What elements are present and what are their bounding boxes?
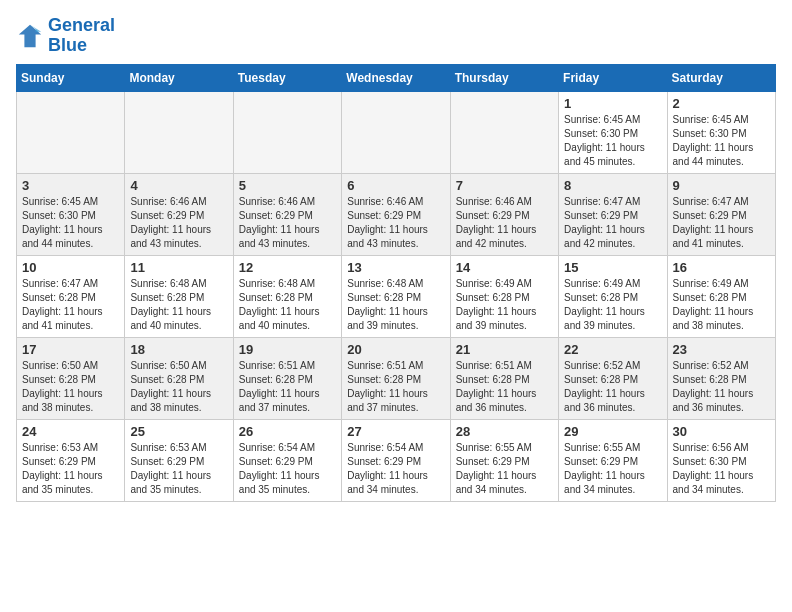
day-info: Sunrise: 6:51 AM Sunset: 6:28 PM Dayligh… [456, 359, 553, 415]
calendar-day: 12Sunrise: 6:48 AM Sunset: 6:28 PM Dayli… [233, 255, 341, 337]
day-info: Sunrise: 6:53 AM Sunset: 6:29 PM Dayligh… [22, 441, 119, 497]
day-info: Sunrise: 6:49 AM Sunset: 6:28 PM Dayligh… [673, 277, 770, 333]
day-info: Sunrise: 6:54 AM Sunset: 6:29 PM Dayligh… [239, 441, 336, 497]
day-number: 29 [564, 424, 661, 439]
day-info: Sunrise: 6:55 AM Sunset: 6:29 PM Dayligh… [456, 441, 553, 497]
day-number: 13 [347, 260, 444, 275]
day-number: 4 [130, 178, 227, 193]
day-info: Sunrise: 6:51 AM Sunset: 6:28 PM Dayligh… [347, 359, 444, 415]
day-number: 28 [456, 424, 553, 439]
day-info: Sunrise: 6:52 AM Sunset: 6:28 PM Dayligh… [564, 359, 661, 415]
day-info: Sunrise: 6:51 AM Sunset: 6:28 PM Dayligh… [239, 359, 336, 415]
day-info: Sunrise: 6:47 AM Sunset: 6:29 PM Dayligh… [564, 195, 661, 251]
calendar-day: 10Sunrise: 6:47 AM Sunset: 6:28 PM Dayli… [17, 255, 125, 337]
day-number: 11 [130, 260, 227, 275]
calendar-day: 16Sunrise: 6:49 AM Sunset: 6:28 PM Dayli… [667, 255, 775, 337]
calendar-day: 23Sunrise: 6:52 AM Sunset: 6:28 PM Dayli… [667, 337, 775, 419]
calendar-day: 11Sunrise: 6:48 AM Sunset: 6:28 PM Dayli… [125, 255, 233, 337]
day-info: Sunrise: 6:52 AM Sunset: 6:28 PM Dayligh… [673, 359, 770, 415]
day-info: Sunrise: 6:45 AM Sunset: 6:30 PM Dayligh… [22, 195, 119, 251]
day-info: Sunrise: 6:46 AM Sunset: 6:29 PM Dayligh… [347, 195, 444, 251]
day-number: 19 [239, 342, 336, 357]
day-number: 6 [347, 178, 444, 193]
calendar-day: 27Sunrise: 6:54 AM Sunset: 6:29 PM Dayli… [342, 419, 450, 501]
calendar-day: 26Sunrise: 6:54 AM Sunset: 6:29 PM Dayli… [233, 419, 341, 501]
calendar-day: 28Sunrise: 6:55 AM Sunset: 6:29 PM Dayli… [450, 419, 558, 501]
day-number: 17 [22, 342, 119, 357]
calendar-day: 21Sunrise: 6:51 AM Sunset: 6:28 PM Dayli… [450, 337, 558, 419]
calendar-day: 17Sunrise: 6:50 AM Sunset: 6:28 PM Dayli… [17, 337, 125, 419]
page-header: General Blue [16, 16, 776, 56]
calendar-day: 19Sunrise: 6:51 AM Sunset: 6:28 PM Dayli… [233, 337, 341, 419]
calendar-day: 22Sunrise: 6:52 AM Sunset: 6:28 PM Dayli… [559, 337, 667, 419]
empty-day [233, 91, 341, 173]
day-number: 15 [564, 260, 661, 275]
calendar-day: 9Sunrise: 6:47 AM Sunset: 6:29 PM Daylig… [667, 173, 775, 255]
calendar-day: 15Sunrise: 6:49 AM Sunset: 6:28 PM Dayli… [559, 255, 667, 337]
calendar-day: 1Sunrise: 6:45 AM Sunset: 6:30 PM Daylig… [559, 91, 667, 173]
day-info: Sunrise: 6:48 AM Sunset: 6:28 PM Dayligh… [239, 277, 336, 333]
day-number: 27 [347, 424, 444, 439]
day-info: Sunrise: 6:53 AM Sunset: 6:29 PM Dayligh… [130, 441, 227, 497]
calendar-day: 8Sunrise: 6:47 AM Sunset: 6:29 PM Daylig… [559, 173, 667, 255]
empty-day [450, 91, 558, 173]
weekday-header: Saturday [667, 64, 775, 91]
day-number: 18 [130, 342, 227, 357]
day-number: 9 [673, 178, 770, 193]
day-info: Sunrise: 6:54 AM Sunset: 6:29 PM Dayligh… [347, 441, 444, 497]
weekday-header: Thursday [450, 64, 558, 91]
day-info: Sunrise: 6:56 AM Sunset: 6:30 PM Dayligh… [673, 441, 770, 497]
day-info: Sunrise: 6:46 AM Sunset: 6:29 PM Dayligh… [130, 195, 227, 251]
day-number: 22 [564, 342, 661, 357]
day-number: 26 [239, 424, 336, 439]
day-info: Sunrise: 6:46 AM Sunset: 6:29 PM Dayligh… [456, 195, 553, 251]
calendar-day: 5Sunrise: 6:46 AM Sunset: 6:29 PM Daylig… [233, 173, 341, 255]
weekday-header: Wednesday [342, 64, 450, 91]
day-number: 8 [564, 178, 661, 193]
empty-day [17, 91, 125, 173]
day-number: 5 [239, 178, 336, 193]
calendar-table: SundayMondayTuesdayWednesdayThursdayFrid… [16, 64, 776, 502]
day-number: 14 [456, 260, 553, 275]
day-number: 24 [22, 424, 119, 439]
day-info: Sunrise: 6:55 AM Sunset: 6:29 PM Dayligh… [564, 441, 661, 497]
calendar-day: 14Sunrise: 6:49 AM Sunset: 6:28 PM Dayli… [450, 255, 558, 337]
day-info: Sunrise: 6:47 AM Sunset: 6:29 PM Dayligh… [673, 195, 770, 251]
day-info: Sunrise: 6:45 AM Sunset: 6:30 PM Dayligh… [564, 113, 661, 169]
day-number: 10 [22, 260, 119, 275]
weekday-header: Monday [125, 64, 233, 91]
day-number: 21 [456, 342, 553, 357]
day-number: 2 [673, 96, 770, 111]
day-number: 16 [673, 260, 770, 275]
calendar-day: 25Sunrise: 6:53 AM Sunset: 6:29 PM Dayli… [125, 419, 233, 501]
day-info: Sunrise: 6:48 AM Sunset: 6:28 PM Dayligh… [130, 277, 227, 333]
weekday-header: Tuesday [233, 64, 341, 91]
calendar-day: 20Sunrise: 6:51 AM Sunset: 6:28 PM Dayli… [342, 337, 450, 419]
svg-marker-0 [19, 25, 41, 47]
day-info: Sunrise: 6:48 AM Sunset: 6:28 PM Dayligh… [347, 277, 444, 333]
logo-text: General Blue [48, 16, 115, 56]
day-number: 12 [239, 260, 336, 275]
calendar-day: 30Sunrise: 6:56 AM Sunset: 6:30 PM Dayli… [667, 419, 775, 501]
day-number: 25 [130, 424, 227, 439]
weekday-header: Sunday [17, 64, 125, 91]
day-number: 23 [673, 342, 770, 357]
day-info: Sunrise: 6:49 AM Sunset: 6:28 PM Dayligh… [564, 277, 661, 333]
calendar-day: 7Sunrise: 6:46 AM Sunset: 6:29 PM Daylig… [450, 173, 558, 255]
logo-icon [16, 22, 44, 50]
weekday-header: Friday [559, 64, 667, 91]
day-info: Sunrise: 6:50 AM Sunset: 6:28 PM Dayligh… [130, 359, 227, 415]
day-number: 30 [673, 424, 770, 439]
calendar-day: 13Sunrise: 6:48 AM Sunset: 6:28 PM Dayli… [342, 255, 450, 337]
day-number: 3 [22, 178, 119, 193]
calendar-day: 6Sunrise: 6:46 AM Sunset: 6:29 PM Daylig… [342, 173, 450, 255]
calendar-day: 24Sunrise: 6:53 AM Sunset: 6:29 PM Dayli… [17, 419, 125, 501]
calendar-day: 18Sunrise: 6:50 AM Sunset: 6:28 PM Dayli… [125, 337, 233, 419]
empty-day [125, 91, 233, 173]
calendar-day: 29Sunrise: 6:55 AM Sunset: 6:29 PM Dayli… [559, 419, 667, 501]
calendar-day: 4Sunrise: 6:46 AM Sunset: 6:29 PM Daylig… [125, 173, 233, 255]
day-info: Sunrise: 6:50 AM Sunset: 6:28 PM Dayligh… [22, 359, 119, 415]
empty-day [342, 91, 450, 173]
calendar-day: 2Sunrise: 6:45 AM Sunset: 6:30 PM Daylig… [667, 91, 775, 173]
logo: General Blue [16, 16, 115, 56]
